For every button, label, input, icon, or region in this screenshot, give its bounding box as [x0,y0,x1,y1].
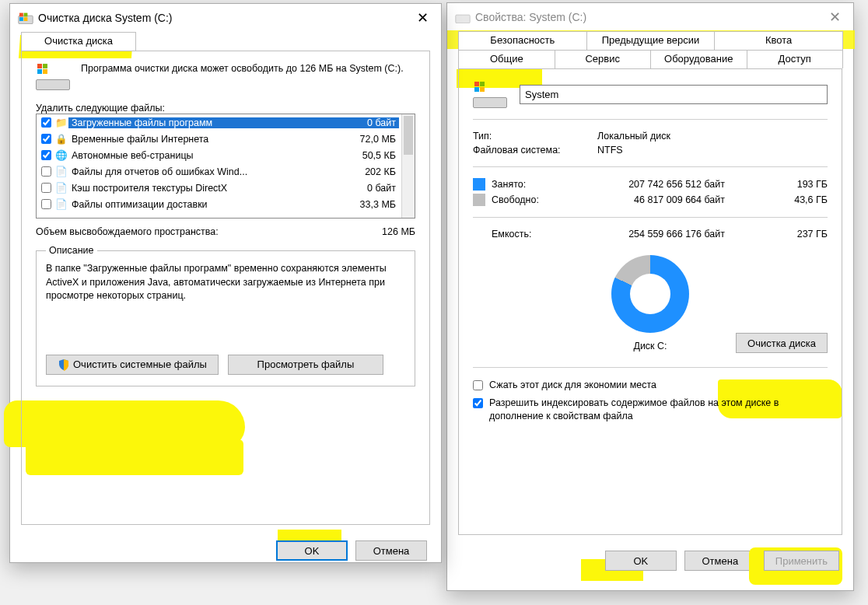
file-icon: 📄 [54,166,68,178]
capacity-human: 237 ГБ [725,229,828,240]
item-name: Кэш построителя текстуры DirectX [68,183,345,194]
description-text: В папке "Загруженные файлы программ" вре… [46,262,405,303]
disk-icon [473,80,507,108]
capacity-bytes: 254 559 666 176 байт [569,229,725,240]
item-size: 202 КБ [345,166,399,177]
apply-button[interactable]: Применить [764,551,839,571]
tab-квота[interactable]: Квота [714,31,843,50]
free-swatch-icon [473,194,485,206]
used-swatch-icon [473,178,485,191]
free-human: 43,6 ГБ [725,194,828,205]
index-checkbox[interactable]: Разрешить индексировать содержимое файло… [473,397,828,423]
scrollbar[interactable] [401,114,415,218]
used-label: Занято: [492,179,569,190]
tab-общие[interactable]: Общие [458,50,555,68]
volume-name-input[interactable] [520,85,828,104]
item-size: 50,5 КБ [345,150,399,161]
list-item[interactable]: 📄Файлы оптимизации доставки33,3 МБ [37,196,415,212]
type-value: Локальный диск [597,131,670,142]
item-checkbox[interactable] [41,134,51,144]
item-checkbox[interactable] [41,183,51,193]
disk-icon [18,12,33,24]
intro-text: Программа очистки диска может освободить… [81,62,415,90]
tab-доступ[interactable]: Доступ [747,50,844,68]
disk-cleanup-window: Очистка диска System (C:) ✕ Очистка диск… [9,3,442,563]
title-bar: Свойства: System (C:) ✕ [447,3,853,31]
fs-label: Файловая система: [473,145,597,156]
lock-icon: 🔒 [54,133,68,145]
ok-button[interactable]: OK [276,540,348,561]
tab-предыдущие версии[interactable]: Предыдущие версии [586,31,716,50]
list-header: Удалить следующие файлы: [36,103,415,114]
type-label: Тип: [473,131,597,142]
globe-icon: 🌐 [54,149,68,162]
folder-icon: 📁 [54,117,68,129]
item-checkbox[interactable] [41,117,51,128]
tab-сервис[interactable]: Сервис [555,50,652,68]
disk-icon [36,62,70,90]
total-label: Объем высвобождаемого пространства: [36,226,219,237]
item-size: 0 байт [345,117,399,128]
close-icon[interactable]: ✕ [410,9,435,26]
tab-безопасность[interactable]: Безопасность [458,31,587,50]
description-group: Описание В папке "Загруженные файлы прог… [36,245,415,386]
view-files-button[interactable]: Просмотреть файлы [228,355,383,375]
compress-checkbox[interactable]: Сжать этот диск для экономии места [473,379,828,392]
list-item[interactable]: 🌐Автономные веб-страницы50,5 КБ [37,147,415,163]
item-checkbox[interactable] [41,166,51,177]
cancel-button[interactable]: Отмена [355,540,427,561]
free-label: Свободно: [492,194,569,205]
disk-cleanup-button[interactable]: Очистка диска [736,333,828,353]
capacity-label: Емкость: [492,229,569,240]
item-size: 33,3 МБ [345,199,399,210]
description-legend: Описание [46,245,97,256]
item-size: 72,0 МБ [345,134,399,145]
item-name: Автономные веб-страницы [68,150,345,161]
item-name: Временные файлы Интернета [68,134,345,145]
used-bytes: 207 742 656 512 байт [569,179,725,190]
tab-оборудование[interactable]: Оборудование [650,50,747,68]
total-value: 126 МБ [382,226,415,237]
drive-properties-window: Свойства: System (C:) ✕ БезопасностьПред… [446,2,854,591]
used-human: 193 ГБ [725,179,828,190]
item-checkbox[interactable] [41,199,51,209]
item-name: Файлы оптимизации доставки [68,199,345,210]
free-bytes: 46 817 009 664 байт [569,194,725,205]
file-icon: 📄 [54,182,68,194]
item-size: 0 байт [345,183,399,194]
usage-pie-chart [611,255,689,333]
list-item[interactable]: 🔒Временные файлы Интернета72,0 МБ [37,131,415,147]
title-bar: Очистка диска System (C:) ✕ [10,4,441,32]
item-name: Загруженные файлы программ [68,117,345,128]
list-item[interactable]: 📄Файлы для отчетов об ошибках Wind...202… [37,163,415,180]
window-title: Свойства: System (C:) [472,11,822,23]
window-title: Очистка диска System (C:) [35,12,410,24]
list-item[interactable]: 📁Загруженные файлы программ0 байт [37,114,415,131]
tab-cleanup[interactable]: Очистка диска [21,32,136,51]
file-icon: 📄 [54,198,68,211]
item-checkbox[interactable] [41,150,51,160]
item-name: Файлы для отчетов об ошибках Wind... [68,166,345,177]
close-icon[interactable]: ✕ [822,9,847,26]
cancel-button[interactable]: Отмена [684,551,756,571]
file-categories-list[interactable]: 📁Загруженные файлы программ0 байт🔒Времен… [36,114,415,219]
fs-value: NTFS [597,145,623,156]
clean-system-files-button[interactable]: Очистить системные файлы [46,355,219,375]
list-item[interactable]: 📄Кэш построителя текстуры DirectX0 байт [37,180,415,196]
ok-button[interactable]: OK [605,551,677,571]
disk-icon [455,11,470,23]
shield-icon [58,358,70,371]
